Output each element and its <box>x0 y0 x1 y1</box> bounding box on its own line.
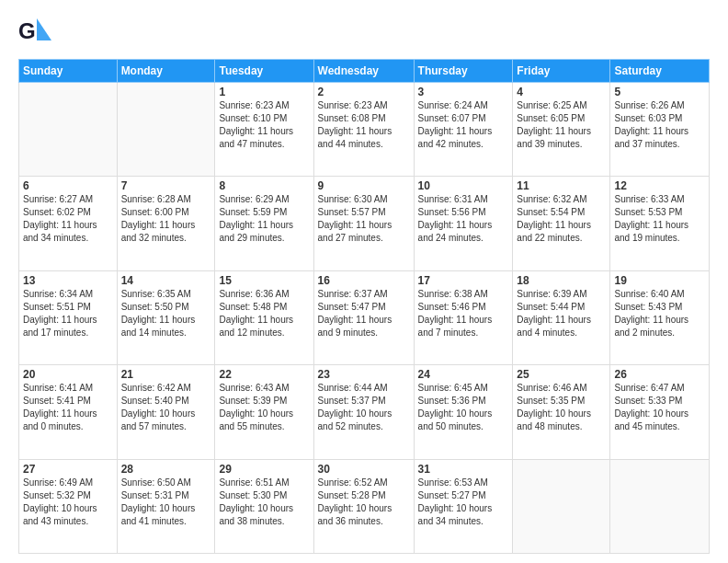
week-row-2: 6Sunrise: 6:27 AM Sunset: 6:02 PM Daylig… <box>19 177 710 270</box>
week-row-3: 13Sunrise: 6:34 AM Sunset: 5:51 PM Dayli… <box>19 270 710 364</box>
day-info: Sunrise: 6:26 AM Sunset: 6:03 PM Dayligh… <box>614 99 705 151</box>
day-number: 12 <box>614 179 705 192</box>
day-cell: 25Sunrise: 6:46 AM Sunset: 5:35 PM Dayli… <box>513 365 610 459</box>
day-number: 9 <box>318 179 410 192</box>
day-cell: 4Sunrise: 6:25 AM Sunset: 6:05 PM Daylig… <box>513 83 610 177</box>
day-cell: 9Sunrise: 6:30 AM Sunset: 5:57 PM Daylig… <box>313 177 414 270</box>
day-info: Sunrise: 6:24 AM Sunset: 6:07 PM Dayligh… <box>418 99 509 151</box>
day-info: Sunrise: 6:52 AM Sunset: 5:28 PM Dayligh… <box>318 477 410 528</box>
day-info: Sunrise: 6:51 AM Sunset: 5:30 PM Dayligh… <box>219 477 309 528</box>
day-number: 18 <box>517 274 606 287</box>
day-info: Sunrise: 6:53 AM Sunset: 5:27 PM Dayligh… <box>418 477 509 528</box>
day-info: Sunrise: 6:33 AM Sunset: 5:53 PM Dayligh… <box>614 193 705 245</box>
day-number: 23 <box>318 368 410 381</box>
day-number: 10 <box>418 179 509 192</box>
day-cell: 10Sunrise: 6:31 AM Sunset: 5:56 PM Dayli… <box>414 177 513 270</box>
day-number: 24 <box>418 368 509 381</box>
day-info: Sunrise: 6:45 AM Sunset: 5:36 PM Dayligh… <box>418 382 509 433</box>
day-number: 13 <box>23 274 113 287</box>
day-number: 28 <box>121 463 211 476</box>
day-info: Sunrise: 6:27 AM Sunset: 6:02 PM Dayligh… <box>23 193 113 245</box>
day-cell: 28Sunrise: 6:50 AM Sunset: 5:31 PM Dayli… <box>117 459 215 553</box>
day-info: Sunrise: 6:50 AM Sunset: 5:31 PM Dayligh… <box>121 477 211 528</box>
day-number: 1 <box>219 86 309 98</box>
day-cell: 31Sunrise: 6:53 AM Sunset: 5:27 PM Dayli… <box>414 459 513 553</box>
page: G SundayMondayTuesdayWednesdayThursdayFr… <box>0 0 728 563</box>
day-cell: 16Sunrise: 6:37 AM Sunset: 5:47 PM Dayli… <box>313 270 414 364</box>
week-row-4: 20Sunrise: 6:41 AM Sunset: 5:41 PM Dayli… <box>19 365 710 459</box>
day-info: Sunrise: 6:46 AM Sunset: 5:35 PM Dayligh… <box>517 382 606 433</box>
day-cell <box>19 83 118 177</box>
day-info: Sunrise: 6:38 AM Sunset: 5:46 PM Dayligh… <box>418 288 509 339</box>
day-number: 19 <box>614 274 705 287</box>
day-number: 14 <box>121 274 211 287</box>
day-cell: 23Sunrise: 6:44 AM Sunset: 5:37 PM Dayli… <box>313 365 414 459</box>
day-number: 11 <box>517 179 606 192</box>
day-info: Sunrise: 6:31 AM Sunset: 5:56 PM Dayligh… <box>418 193 509 245</box>
day-info: Sunrise: 6:32 AM Sunset: 5:54 PM Dayligh… <box>517 193 606 245</box>
day-number: 22 <box>219 368 309 381</box>
calendar-table: SundayMondayTuesdayWednesdayThursdayFrid… <box>18 59 710 554</box>
day-info: Sunrise: 6:34 AM Sunset: 5:51 PM Dayligh… <box>23 288 113 339</box>
day-number: 21 <box>121 368 211 381</box>
day-cell: 19Sunrise: 6:40 AM Sunset: 5:43 PM Dayli… <box>610 270 710 364</box>
day-number: 31 <box>418 463 509 476</box>
day-cell: 1Sunrise: 6:23 AM Sunset: 6:10 PM Daylig… <box>215 83 313 177</box>
day-cell: 24Sunrise: 6:45 AM Sunset: 5:36 PM Dayli… <box>414 365 513 459</box>
day-number: 2 <box>318 86 410 98</box>
logo-icon: G <box>18 15 53 50</box>
day-info: Sunrise: 6:49 AM Sunset: 5:32 PM Dayligh… <box>23 477 113 528</box>
day-number: 5 <box>614 86 705 98</box>
day-cell: 6Sunrise: 6:27 AM Sunset: 6:02 PM Daylig… <box>19 177 118 270</box>
day-cell: 30Sunrise: 6:52 AM Sunset: 5:28 PM Dayli… <box>313 459 414 553</box>
week-row-1: 1Sunrise: 6:23 AM Sunset: 6:10 PM Daylig… <box>19 83 710 177</box>
day-number: 16 <box>318 274 410 287</box>
day-info: Sunrise: 6:23 AM Sunset: 6:08 PM Dayligh… <box>318 99 410 151</box>
day-info: Sunrise: 6:43 AM Sunset: 5:39 PM Dayligh… <box>219 382 309 433</box>
day-cell: 7Sunrise: 6:28 AM Sunset: 6:00 PM Daylig… <box>117 177 215 270</box>
day-cell: 18Sunrise: 6:39 AM Sunset: 5:44 PM Dayli… <box>513 270 610 364</box>
day-number: 4 <box>517 86 606 98</box>
day-info: Sunrise: 6:29 AM Sunset: 5:59 PM Dayligh… <box>219 193 309 245</box>
day-number: 29 <box>219 463 309 476</box>
day-cell: 2Sunrise: 6:23 AM Sunset: 6:08 PM Daylig… <box>313 83 414 177</box>
day-cell: 27Sunrise: 6:49 AM Sunset: 5:32 PM Dayli… <box>19 459 118 553</box>
day-cell: 17Sunrise: 6:38 AM Sunset: 5:46 PM Dayli… <box>414 270 513 364</box>
day-info: Sunrise: 6:47 AM Sunset: 5:33 PM Dayligh… <box>614 382 705 433</box>
day-cell: 12Sunrise: 6:33 AM Sunset: 5:53 PM Dayli… <box>610 177 710 270</box>
day-info: Sunrise: 6:41 AM Sunset: 5:41 PM Dayligh… <box>23 382 113 433</box>
day-cell <box>117 83 215 177</box>
header: G <box>18 15 710 50</box>
day-cell: 14Sunrise: 6:35 AM Sunset: 5:50 PM Dayli… <box>117 270 215 364</box>
day-cell: 3Sunrise: 6:24 AM Sunset: 6:07 PM Daylig… <box>414 83 513 177</box>
day-cell: 5Sunrise: 6:26 AM Sunset: 6:03 PM Daylig… <box>610 83 710 177</box>
weekday-header-sunday: Sunday <box>19 60 118 83</box>
day-cell <box>610 459 710 553</box>
day-number: 30 <box>318 463 410 476</box>
weekday-header-saturday: Saturday <box>610 60 710 83</box>
day-cell: 26Sunrise: 6:47 AM Sunset: 5:33 PM Dayli… <box>610 365 710 459</box>
weekday-header-row: SundayMondayTuesdayWednesdayThursdayFrid… <box>19 60 710 83</box>
day-info: Sunrise: 6:36 AM Sunset: 5:48 PM Dayligh… <box>219 288 309 339</box>
day-number: 6 <box>23 179 113 192</box>
day-number: 7 <box>121 179 211 192</box>
day-info: Sunrise: 6:44 AM Sunset: 5:37 PM Dayligh… <box>318 382 410 433</box>
day-cell: 29Sunrise: 6:51 AM Sunset: 5:30 PM Dayli… <box>215 459 313 553</box>
week-row-5: 27Sunrise: 6:49 AM Sunset: 5:32 PM Dayli… <box>19 459 710 553</box>
svg-text:G: G <box>18 18 36 43</box>
day-info: Sunrise: 6:39 AM Sunset: 5:44 PM Dayligh… <box>517 288 606 339</box>
day-info: Sunrise: 6:40 AM Sunset: 5:43 PM Dayligh… <box>614 288 705 339</box>
day-number: 8 <box>219 179 309 192</box>
day-number: 3 <box>418 86 509 98</box>
logo: G <box>18 15 55 50</box>
day-cell: 20Sunrise: 6:41 AM Sunset: 5:41 PM Dayli… <box>19 365 118 459</box>
day-number: 15 <box>219 274 309 287</box>
day-info: Sunrise: 6:35 AM Sunset: 5:50 PM Dayligh… <box>121 288 211 339</box>
day-cell: 13Sunrise: 6:34 AM Sunset: 5:51 PM Dayli… <box>19 270 118 364</box>
weekday-header-monday: Monday <box>117 60 215 83</box>
day-info: Sunrise: 6:30 AM Sunset: 5:57 PM Dayligh… <box>318 193 410 245</box>
day-cell <box>513 459 610 553</box>
day-number: 25 <box>517 368 606 381</box>
weekday-header-tuesday: Tuesday <box>215 60 313 83</box>
day-info: Sunrise: 6:23 AM Sunset: 6:10 PM Dayligh… <box>219 99 309 151</box>
